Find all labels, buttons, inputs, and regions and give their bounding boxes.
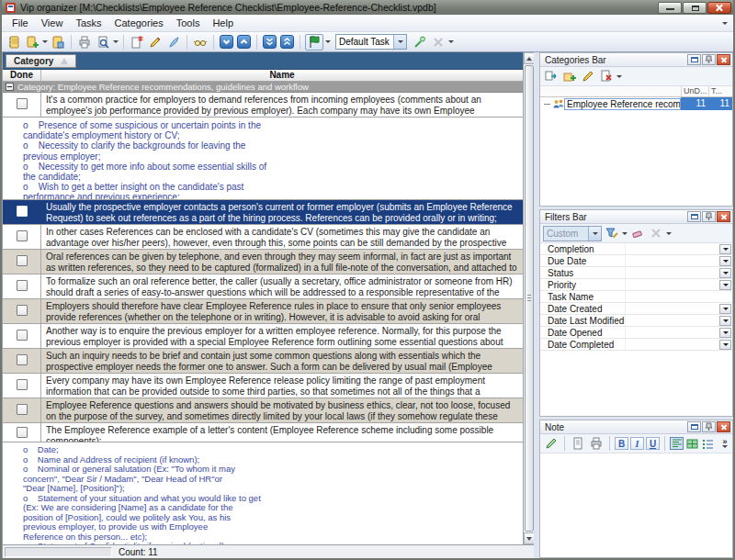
task-checkbox[interactable] <box>17 255 28 266</box>
table-row[interactable]: It's a common practice for employers to … <box>3 93 523 118</box>
insert-table-button[interactable] <box>685 437 699 450</box>
filter-value-date-opened[interactable] <box>625 327 719 338</box>
filter-preset-combobox[interactable]: Custom <box>543 226 602 241</box>
bold-button[interactable]: B <box>615 437 628 450</box>
print-dropdown-icon[interactable] <box>113 40 119 43</box>
note-close-button[interactable] <box>717 421 730 432</box>
menu-view[interactable]: View <box>35 16 70 30</box>
apply-filter-dropdown-icon[interactable] <box>622 232 628 235</box>
table-row-selected[interactable]: Usually the prospective employer contact… <box>3 200 523 225</box>
maximize-button[interactable] <box>683 2 707 14</box>
flag-dropdown-icon[interactable] <box>325 40 331 43</box>
task-checkbox[interactable] <box>17 404 28 415</box>
clear-filter-button[interactable] <box>629 225 646 241</box>
filter-value-task-name[interactable] <box>625 291 732 302</box>
note-pin-button[interactable] <box>702 421 716 432</box>
menu-tasks[interactable]: Tasks <box>69 16 107 30</box>
menu-file[interactable]: File <box>6 16 35 30</box>
assign-task-button[interactable] <box>412 34 428 50</box>
category-group-row[interactable]: Category: Employee Reference recommendat… <box>3 82 523 93</box>
expand-all-button[interactable] <box>263 35 277 49</box>
edit-task-button[interactable] <box>147 34 164 50</box>
filter-dropdown-completion[interactable] <box>719 244 731 254</box>
table-row[interactable]: Another way is to enquire the previous e… <box>3 324 523 349</box>
task-checkbox[interactable] <box>17 354 28 365</box>
table-row[interactable]: Oral references can be given by telephon… <box>3 250 523 274</box>
filter-dropdown-due-date[interactable] <box>719 256 731 266</box>
scrollbar-thumb[interactable] <box>525 65 534 532</box>
minimize-button[interactable] <box>658 2 682 14</box>
move-task-down-button[interactable] <box>220 35 233 49</box>
vertical-scrollbar[interactable] <box>523 52 535 544</box>
task-checkbox[interactable] <box>17 427 28 438</box>
print-preview-button[interactable] <box>95 34 111 50</box>
filter-value-date-modified[interactable] <box>625 315 719 326</box>
default-task-dropdown[interactable] <box>393 35 406 49</box>
task-checkbox[interactable] <box>17 280 28 291</box>
filter-value-due-date[interactable] <box>625 255 719 266</box>
task-checkbox[interactable] <box>17 330 28 341</box>
open-journal-button[interactable] <box>6 34 22 50</box>
filter-dropdown-priority[interactable] <box>719 280 731 290</box>
toolbar-overflow-icon[interactable] <box>448 40 454 43</box>
column-header-category[interactable] <box>540 86 681 96</box>
column-header-name[interactable]: Name <box>41 70 523 81</box>
clear-task-button[interactable] <box>430 34 447 50</box>
note-row[interactable]: o Presence of some suspicious or uncerta… <box>3 118 523 200</box>
new-note-button[interactable] <box>570 435 586 452</box>
categories-toolbar-dropdown-icon[interactable] <box>616 75 622 78</box>
underline-button[interactable]: U <box>646 437 660 450</box>
new-journal-button[interactable] <box>24 34 40 50</box>
align-left-button[interactable] <box>670 437 684 450</box>
filter-value-priority[interactable] <box>625 279 719 290</box>
filters-toolbar-dropdown-icon[interactable] <box>666 232 672 235</box>
category-list-item[interactable]: Employee Reference recommendations, guid… <box>540 97 732 110</box>
table-row[interactable]: To formalize such an oral reference bett… <box>3 274 523 299</box>
table-row[interactable]: Employers should therefore have clear Em… <box>3 299 523 324</box>
flag-filter-button[interactable] <box>305 34 323 50</box>
task-checkbox[interactable] <box>17 206 28 217</box>
column-header-total[interactable]: T... <box>708 86 732 96</box>
filter-dropdown-status[interactable] <box>719 268 731 278</box>
menu-tools[interactable]: Tools <box>170 16 207 30</box>
filter-value-date-created[interactable] <box>625 303 719 314</box>
note-maximize-button[interactable] <box>687 421 701 432</box>
filter-dropdown-date-completed[interactable] <box>719 340 731 350</box>
categories-pin-button[interactable] <box>702 54 716 65</box>
add-category-button[interactable] <box>543 68 560 84</box>
close-button[interactable] <box>707 2 731 14</box>
remove-filter-button[interactable] <box>648 225 664 241</box>
task-checkbox[interactable] <box>17 305 28 316</box>
note-toolbar-overflow[interactable]: » <box>722 439 728 448</box>
filter-dropdown-date-modified[interactable] <box>719 316 731 326</box>
group-by-category-button[interactable]: Category <box>6 54 76 68</box>
filters-maximize-button[interactable] <box>687 211 701 222</box>
print-button[interactable] <box>76 34 93 50</box>
task-checkbox[interactable] <box>17 230 28 241</box>
view-tasks-button[interactable] <box>192 34 209 50</box>
italic-button[interactable]: I <box>630 437 644 450</box>
task-checkbox[interactable] <box>17 98 28 109</box>
collapse-group-icon[interactable] <box>6 83 14 91</box>
categories-maximize-button[interactable] <box>687 54 701 65</box>
column-header-done[interactable]: Done <box>3 70 41 81</box>
save-journal-button[interactable] <box>50 34 66 50</box>
new-subcategory-button[interactable] <box>561 68 578 84</box>
menu-help[interactable]: Help <box>206 16 240 30</box>
categories-close-button[interactable] <box>717 54 730 65</box>
edit-note-button[interactable] <box>543 435 560 452</box>
edit-category-button[interactable] <box>580 68 596 84</box>
task-checkbox[interactable] <box>17 379 28 390</box>
table-row[interactable]: The Employee Reference example of a lett… <box>3 423 523 442</box>
filter-value-date-completed[interactable] <box>625 339 719 350</box>
filters-pin-button[interactable] <box>702 211 716 222</box>
table-row[interactable]: Employee Reference questions and answers… <box>3 398 523 423</box>
print-note-button[interactable] <box>588 435 605 452</box>
tree-expand-icon[interactable] <box>544 104 550 105</box>
collapse-all-button[interactable] <box>280 35 294 49</box>
bullet-list-button[interactable] <box>701 437 715 450</box>
default-task-combobox[interactable]: Default Task <box>335 34 407 50</box>
menu-overflow-icon[interactable] <box>722 22 728 25</box>
table-row[interactable]: Every company may have its own Employee … <box>3 374 523 398</box>
filter-value-completion[interactable] <box>625 243 719 254</box>
